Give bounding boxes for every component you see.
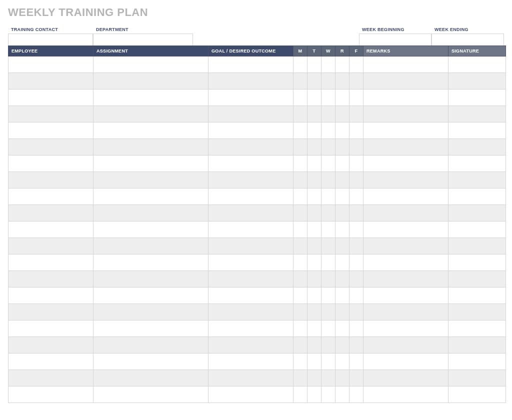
table-cell[interactable] [336,222,350,238]
table-cell[interactable] [294,122,308,139]
table-cell[interactable] [294,337,308,354]
table-cell[interactable] [322,122,336,139]
table-cell[interactable] [294,271,308,288]
table-cell[interactable] [364,90,448,106]
table-cell[interactable] [364,337,448,354]
table-cell[interactable] [294,370,308,386]
table-cell[interactable] [294,56,308,73]
table-cell[interactable] [294,254,308,271]
table-cell[interactable] [364,106,448,122]
table-cell[interactable] [322,238,336,254]
table-cell[interactable] [308,370,322,386]
table-cell[interactable] [322,188,336,205]
table-cell[interactable] [336,172,350,188]
table-cell[interactable] [308,188,322,205]
table-cell[interactable] [364,254,448,271]
table-cell[interactable] [294,172,308,188]
table-cell[interactable] [448,288,506,304]
table-cell[interactable] [350,320,364,337]
table-cell[interactable] [94,205,208,222]
table-cell[interactable] [8,354,94,370]
table-cell[interactable] [208,172,294,188]
table-cell[interactable] [294,90,308,106]
table-cell[interactable] [364,288,448,304]
table-cell[interactable] [294,73,308,90]
table-cell[interactable] [308,288,322,304]
table-cell[interactable] [94,271,208,288]
table-cell[interactable] [336,188,350,205]
table-cell[interactable] [308,320,322,337]
table-cell[interactable] [364,205,448,222]
table-cell[interactable] [308,73,322,90]
table-cell[interactable] [94,122,208,139]
table-cell[interactable] [308,354,322,370]
table-cell[interactable] [322,386,336,403]
table-cell[interactable] [350,156,364,172]
table-cell[interactable] [294,238,308,254]
table-cell[interactable] [308,304,322,320]
table-cell[interactable] [336,304,350,320]
table-cell[interactable] [350,288,364,304]
table-cell[interactable] [294,188,308,205]
table-cell[interactable] [336,320,350,337]
table-cell[interactable] [308,238,322,254]
table-cell[interactable] [294,156,308,172]
table-cell[interactable] [336,73,350,90]
table-cell[interactable] [294,106,308,122]
table-cell[interactable] [208,238,294,254]
table-cell[interactable] [308,56,322,73]
table-cell[interactable] [448,354,506,370]
table-cell[interactable] [8,139,94,156]
table-cell[interactable] [336,386,350,403]
table-cell[interactable] [448,90,506,106]
table-cell[interactable] [94,320,208,337]
table-cell[interactable] [8,106,94,122]
table-cell[interactable] [322,288,336,304]
table-cell[interactable] [294,139,308,156]
table-cell[interactable] [448,205,506,222]
table-cell[interactable] [8,188,94,205]
table-cell[interactable] [350,106,364,122]
table-cell[interactable] [294,205,308,222]
table-cell[interactable] [8,288,94,304]
table-cell[interactable] [294,304,308,320]
table-cell[interactable] [308,271,322,288]
table-cell[interactable] [8,73,94,90]
table-cell[interactable] [322,370,336,386]
table-cell[interactable] [336,205,350,222]
table-cell[interactable] [8,172,94,188]
table-cell[interactable] [208,106,294,122]
table-cell[interactable] [94,386,208,403]
table-cell[interactable] [350,271,364,288]
table-cell[interactable] [208,73,294,90]
table-cell[interactable] [364,304,448,320]
table-cell[interactable] [308,337,322,354]
table-cell[interactable] [350,386,364,403]
table-cell[interactable] [294,386,308,403]
table-cell[interactable] [336,271,350,288]
table-cell[interactable] [308,139,322,156]
table-cell[interactable] [448,320,506,337]
table-cell[interactable] [208,122,294,139]
table-cell[interactable] [8,222,94,238]
table-cell[interactable] [322,254,336,271]
table-cell[interactable] [8,122,94,139]
table-cell[interactable] [448,156,506,172]
table-cell[interactable] [322,320,336,337]
table-cell[interactable] [350,337,364,354]
table-cell[interactable] [448,188,506,205]
table-cell[interactable] [350,56,364,73]
table-cell[interactable] [208,139,294,156]
table-cell[interactable] [8,320,94,337]
table-cell[interactable] [448,73,506,90]
table-cell[interactable] [448,172,506,188]
table-cell[interactable] [350,254,364,271]
table-cell[interactable] [350,370,364,386]
table-cell[interactable] [350,139,364,156]
table-cell[interactable] [208,320,294,337]
table-cell[interactable] [336,139,350,156]
table-cell[interactable] [322,304,336,320]
table-cell[interactable] [208,354,294,370]
table-cell[interactable] [94,354,208,370]
table-cell[interactable] [322,156,336,172]
